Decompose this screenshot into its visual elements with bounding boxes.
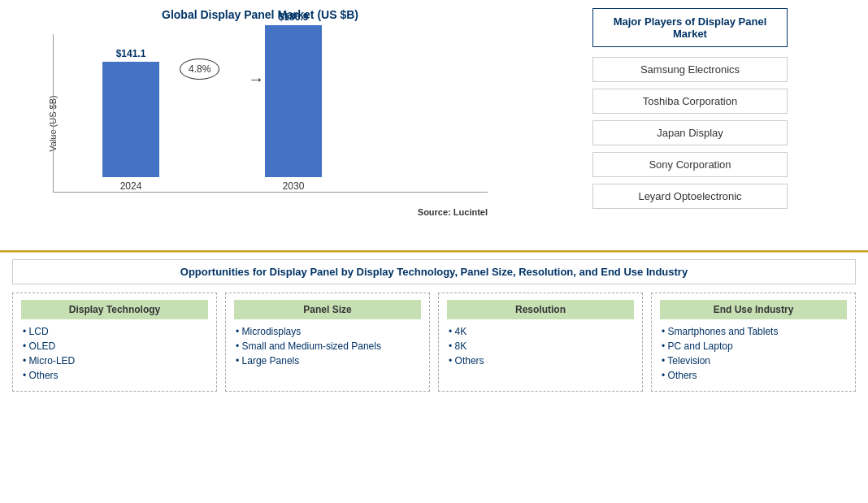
source-text: Source: Lucintel	[418, 207, 488, 217]
category-col-2: Resolution 4K 8K Others	[438, 293, 643, 392]
cat0-item1: OLED	[21, 340, 208, 352]
category-items-2: 4K 8K Others	[447, 326, 634, 366]
category-header-3: End Use Industry	[660, 300, 847, 319]
cat2-item2: Others	[447, 355, 634, 366]
bottom-section: Opportunities for Display Panel by Displ…	[0, 253, 868, 398]
player-item-1: Toshiba Corporation	[592, 89, 788, 114]
bar-2030-rect	[265, 25, 322, 177]
cat1-item1: Small and Medium-sized Panels	[234, 340, 421, 352]
cat1-item0: Microdisplays	[234, 326, 421, 337]
category-col-1: Panel Size Microdisplays Small and Mediu…	[225, 293, 430, 392]
annotation-arrow: →	[248, 70, 264, 89]
bar-2030: $186.9 2030	[265, 11, 322, 192]
cat3-item0: Smartphones and Tablets	[660, 326, 847, 337]
player-item-3: Sony Corporation	[592, 152, 788, 177]
cat2-item0: 4K	[447, 326, 634, 337]
category-items-0: LCD OLED Micro-LED Others	[21, 326, 208, 381]
category-col-3: End Use Industry Smartphones and Tablets…	[651, 293, 856, 392]
cat3-item1: PC and Laptop	[660, 340, 847, 352]
bars-area: 4.8% → $141.1 2024 $186.9 2030	[53, 34, 488, 193]
players-area: Major Players of Display Panel Market Sa…	[512, 0, 868, 250]
category-header-1: Panel Size	[234, 300, 421, 319]
bar-2024: $141.1 2024	[102, 48, 159, 192]
category-items-3: Smartphones and Tablets PC and Laptop Te…	[660, 326, 847, 381]
category-header-0: Display Technology	[21, 300, 208, 319]
cagr-bubble: 4.8%	[180, 59, 219, 80]
category-items-1: Microdisplays Small and Medium-sized Pan…	[234, 326, 421, 366]
cagr-annotation: 4.8% →	[180, 59, 219, 80]
bar-2024-label: $141.1	[116, 48, 146, 59]
bar-2024-rect	[102, 62, 159, 177]
cat3-item3: Others	[660, 370, 847, 381]
cat2-item1: 8K	[447, 340, 634, 352]
chart-inner: 4.8% → $141.1 2024 $186.9 2030	[53, 34, 488, 193]
bar-2030-year: 2030	[283, 180, 305, 192]
category-col-0: Display Technology LCD OLED Micro-LED Ot…	[12, 293, 217, 392]
bar-2030-label: $186.9	[279, 11, 309, 23]
cat1-item2: Large Panels	[234, 355, 421, 366]
bar-2024-year: 2024	[120, 180, 142, 192]
cat0-item3: Others	[21, 370, 208, 381]
category-header-2: Resolution	[447, 300, 634, 319]
player-item-4: Leyard Optoelectronic	[592, 184, 788, 209]
chart-area: Global Display Panel Market (US $B) Valu…	[0, 0, 512, 250]
players-title: Major Players of Display Panel Market	[592, 8, 788, 47]
categories-row: Display Technology LCD OLED Micro-LED Ot…	[12, 293, 856, 392]
cat3-item2: Television	[660, 355, 847, 366]
cat0-item0: LCD	[21, 326, 208, 337]
cat0-item2: Micro-LED	[21, 355, 208, 366]
chart-container: Value (US $B) 4.8% → $141.1 2024	[24, 26, 496, 221]
opportunities-title: Opportunities for Display Panel by Displ…	[12, 259, 856, 284]
player-item-2: Japan Display	[592, 120, 788, 145]
player-item-0: Samsung Electronics	[592, 57, 788, 82]
chart-title: Global Display Panel Market (US $B)	[24, 8, 496, 21]
